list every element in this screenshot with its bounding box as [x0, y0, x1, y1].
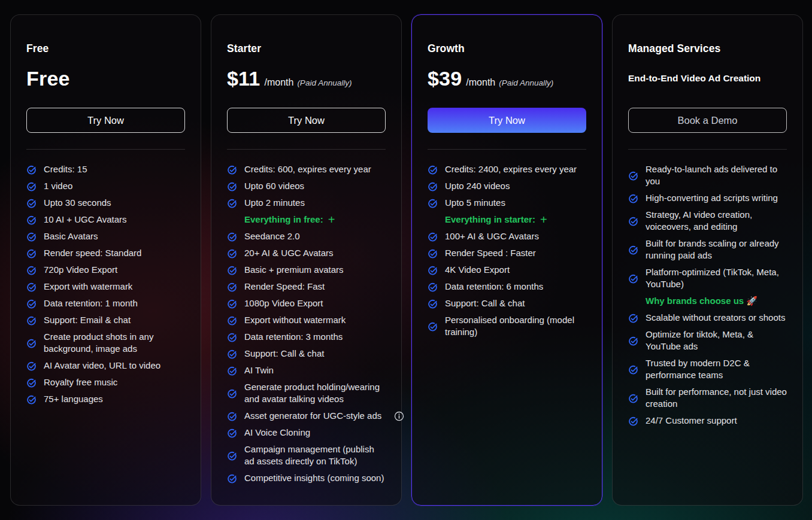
feature-item: High-converting ad scripts writing: [628, 192, 787, 204]
check-circle-icon: [26, 232, 37, 242]
feature-green-heading: Everything in starter:+: [428, 214, 586, 226]
check-circle-icon: [26, 248, 37, 259]
feature-label: Export without watermark: [244, 314, 386, 326]
feature-green-label: Everything in free:: [244, 214, 323, 226]
feature-item: AI Voice Cloning: [227, 427, 386, 439]
feature-label: 75+ languages: [44, 393, 185, 405]
feature-label: Scalable without creators or shoots: [646, 312, 787, 324]
feature-item: 24/7 Customer support: [628, 415, 787, 427]
feature-item: Royalty free music: [26, 376, 185, 388]
feature-label: Built for performance, not just video cr…: [646, 386, 787, 410]
feature-item: Asset generator for UGC-style ads: [227, 410, 386, 422]
feature-label: AI Voice Cloning: [244, 427, 386, 439]
feature-item: Competitive insights (coming soon): [227, 472, 386, 484]
feature-item: Support: Call & chat: [227, 348, 386, 360]
feature-item: Trusted by modern D2C & performance team…: [628, 357, 787, 381]
feature-item: Strategy, AI video creation, voiceovers,…: [628, 209, 787, 233]
feature-item: Personalised onboarding (model training): [428, 314, 586, 338]
check-circle-icon: [227, 388, 237, 399]
plan-price: $11: [227, 66, 260, 90]
check-circle-icon: [227, 332, 237, 342]
plan-subtitle: End-to-End Video Ad Creation: [628, 66, 761, 90]
feature-label: Strategy, AI video creation, voiceovers,…: [646, 209, 787, 233]
feature-label: Data retention: 3 months: [244, 331, 386, 343]
check-circle-icon: [227, 282, 237, 292]
plan-price: $39: [428, 66, 462, 90]
plan-card-managed-services: Managed ServicesEnd-to-End Video Ad Crea…: [612, 14, 803, 506]
feature-item: Upto 240 videos: [428, 180, 586, 192]
feature-label: Trusted by modern D2C & performance team…: [646, 357, 787, 381]
check-circle-icon: [227, 411, 237, 421]
cta-button-book-a-demo[interactable]: Book a Demo: [628, 108, 787, 133]
check-circle-icon: [26, 165, 37, 175]
check-circle-icon: [428, 248, 438, 259]
feature-label: Data retention: 6 months: [445, 281, 586, 293]
feature-label: Basic + premium avatars: [244, 264, 386, 276]
feature-label: Render speed: Standard: [44, 247, 185, 259]
info-icon[interactable]: [394, 411, 404, 421]
plan-price-row: End-to-End Video Ad Creation: [628, 66, 787, 90]
feature-label: Platform-optimized (TikTok, Meta, YouTub…: [646, 266, 787, 290]
plan-billing-note: (Paid Annually): [297, 78, 352, 87]
cta-button-try-now[interactable]: Try Now: [26, 108, 185, 133]
feature-label: 10 AI + UGC Avatars: [44, 214, 185, 226]
check-circle-icon: [227, 198, 237, 208]
feature-label: AI Avatar video, URL to video: [44, 360, 185, 372]
check-circle-icon: [227, 299, 237, 309]
plan-card-growth: Growth$39/month(Paid Annually)Try NowCre…: [411, 14, 602, 506]
check-circle-icon: [628, 216, 638, 226]
feature-item: Data retention: 6 months: [428, 281, 586, 293]
feature-item: 75+ languages: [26, 393, 185, 405]
feature-label: Generate product holding/wearing and ava…: [244, 381, 386, 405]
feature-label: Upto 5 minutes: [445, 197, 586, 209]
feature-label: AI Twin: [244, 364, 386, 376]
check-circle-icon: [628, 416, 638, 426]
feature-item: Credits: 600, expires every year: [227, 163, 386, 175]
feature-label: 100+ AI & UGC Avatars: [445, 230, 586, 242]
plan-title: Managed Services: [628, 42, 787, 55]
plus-icon: +: [328, 214, 335, 225]
feature-item: 720p Video Export: [26, 264, 185, 276]
check-circle-icon: [428, 321, 438, 332]
feature-label: 720p Video Export: [44, 264, 185, 276]
pricing-grid: FreeFreeTry NowCredits: 151 videoUpto 30…: [10, 14, 803, 506]
check-circle-icon: [628, 313, 638, 323]
check-circle-icon: [227, 366, 237, 376]
plan-price: Free: [26, 66, 70, 90]
divider: [26, 149, 185, 150]
check-circle-icon: [26, 215, 37, 225]
check-circle-icon: [26, 378, 37, 388]
feature-label: Upto 2 minutes: [244, 197, 386, 209]
check-circle-icon: [227, 349, 237, 359]
check-circle-icon: [26, 299, 37, 309]
cta-button-try-now[interactable]: Try Now: [428, 108, 586, 133]
feature-label: Competitive insights (coming soon): [244, 472, 386, 484]
feature-item: 10 AI + UGC Avatars: [26, 214, 185, 226]
feature-list: Credits: 151 videoUpto 30 seconds10 AI +…: [26, 163, 185, 405]
feature-item: Credits: 2400, expires every year: [428, 163, 586, 175]
feature-label: Personalised onboarding (model training): [445, 314, 586, 338]
feature-item: Data retention: 3 months: [227, 331, 386, 343]
plan-card-free: FreeFreeTry NowCredits: 151 videoUpto 30…: [10, 14, 201, 506]
feature-label: 4K Video Export: [445, 264, 586, 276]
cta-button-try-now[interactable]: Try Now: [227, 108, 386, 133]
feature-item: Support: Call & chat: [428, 297, 586, 309]
feature-item: Optimize for tiktok, Meta, & YouTube ads: [628, 329, 787, 352]
feature-item: 20+ AI & UGC Avatars: [227, 247, 386, 259]
check-circle-icon: [628, 336, 638, 346]
plan-price-period: /month: [466, 77, 495, 88]
check-circle-icon: [26, 181, 37, 191]
plan-price-period: /month: [264, 77, 293, 88]
feature-label: Support: Email & chat: [44, 314, 185, 326]
check-circle-icon: [227, 451, 237, 461]
feature-label: Optimize for tiktok, Meta, & YouTube ads: [646, 329, 787, 352]
feature-item: Platform-optimized (TikTok, Meta, YouTub…: [628, 266, 787, 290]
check-circle-icon: [26, 282, 37, 292]
check-circle-icon: [428, 265, 438, 275]
check-circle-icon: [428, 198, 438, 208]
divider: [428, 149, 586, 150]
check-circle-icon: [227, 473, 237, 483]
check-circle-icon: [227, 428, 237, 438]
plan-title: Starter: [227, 42, 386, 55]
check-circle-icon: [628, 245, 638, 255]
